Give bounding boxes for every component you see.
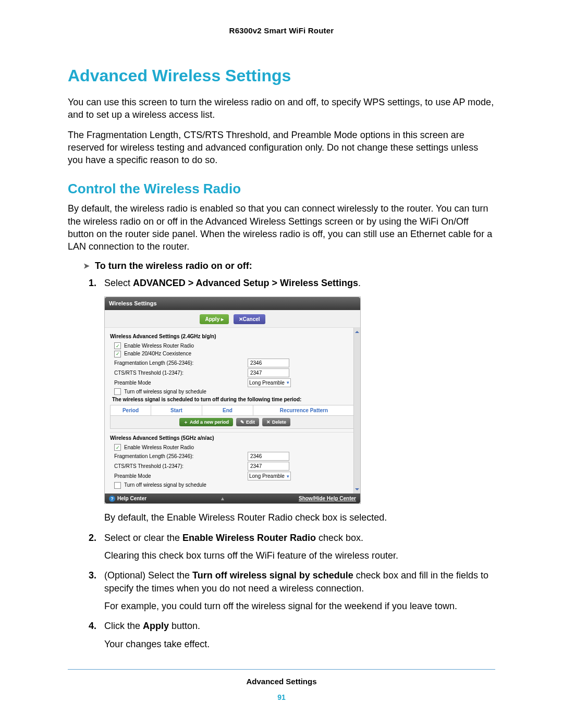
apply-button[interactable]: Apply ▸ — [200, 314, 229, 325]
ui-toolbar: Apply ▸ ✕Cancel — [105, 310, 360, 328]
row-cts-5g: CTS/RTS Threshold (1-2347): 2347 — [110, 461, 355, 471]
col-end: End — [202, 405, 253, 416]
label-cts: CTS/RTS Threshold (1-2347): — [114, 369, 244, 377]
step4-prefix: Click the — [104, 621, 143, 631]
chevron-down-icon: ▾ — [287, 473, 289, 479]
step1-path: ADVANCED > Advanced Setup > Wireless Set… — [133, 278, 358, 288]
cancel-x-icon: ✕ — [239, 316, 243, 322]
step1-prefix: Select — [104, 278, 133, 288]
input-frag-2g[interactable]: 2346 — [248, 359, 289, 367]
col-period: Period — [111, 405, 151, 416]
label-coexistence: Enable 20/40Hz Coexistence — [124, 350, 191, 357]
step3-bold: Turn off wireless signal by schedule — [192, 570, 353, 581]
step2-after: Clearing this check box turns off the Wi… — [104, 549, 495, 562]
cancel-label: Cancel — [243, 316, 260, 322]
step1-period: . — [358, 278, 361, 288]
row-frag-5g: Fragmentation Length (256-2346): 2346 — [110, 451, 355, 461]
ui-footer: ? Help Center ▲ Show/Hide Help Center — [105, 493, 360, 504]
label-frag: Fragmentation Length (256-2346): — [114, 360, 244, 367]
step2-bold: Enable Wireless Router Radio — [182, 533, 316, 543]
row-turnoff-5g: Turn off wireless signal by schedule — [110, 481, 355, 489]
schedule-table-header: Period Start End Recurrence Pattern — [111, 405, 354, 416]
row-turnoff-2g: Turn off wireless signal by schedule — [110, 388, 355, 396]
page-number: 91 — [68, 693, 495, 701]
help-center[interactable]: ? Help Center — [109, 495, 146, 502]
schedule-note: The wireless signal is scheduled to turn… — [110, 396, 355, 404]
row-coexistence: ✓ Enable 20/40Hz Coexistence — [110, 350, 355, 358]
label-turnoff: Turn off wireless signal by schedule — [124, 388, 206, 396]
step2-suffix: check box. — [316, 533, 363, 543]
step-4: Click the Apply button. Your changes tak… — [89, 620, 495, 650]
add-period-label: Add a new period — [190, 419, 229, 425]
cancel-button[interactable]: ✕Cancel — [234, 314, 265, 325]
page-title: Advanced Wireless Settings — [68, 66, 495, 85]
step4-after: Your changes take effect. — [104, 638, 495, 650]
delete-label: Delete — [272, 419, 286, 425]
expand-arrow-icon[interactable]: ▲ — [220, 495, 225, 502]
checkbox-turnoff-5g[interactable] — [114, 482, 121, 489]
step-2: Select or clear the Enable Wireless Rout… — [89, 532, 495, 562]
row-preamble-2g: Preamble Mode Long Preamble ▾ — [110, 378, 355, 388]
step4-bold: Apply — [143, 621, 169, 631]
col-start: Start — [151, 405, 202, 416]
select-preamble-5g[interactable]: Long Preamble ▾ — [248, 472, 291, 480]
step1-after: By default, the Enable Wireless Router R… — [104, 511, 495, 524]
close-icon: ✕ — [266, 419, 271, 425]
intro-paragraph-2: The Fragmentation Length, CTS/RTS Thresh… — [68, 129, 495, 167]
step3-prefix: (Optional) Select the — [104, 570, 192, 581]
wireless-settings-screenshot: Wireless Settings Apply ▸ ✕Cancel Wirele… — [104, 297, 361, 504]
label-enable-radio-5g: Enable Wireless Router Radio — [124, 444, 194, 451]
preamble-value: Long Preamble — [249, 379, 285, 387]
label-frag-5g: Fragmentation Length (256-2346): — [114, 453, 244, 460]
ui-body: Wireless Advanced Settings (2.4GHz b/g/n… — [105, 328, 360, 493]
procedure-lead: ➤ To turn the wireless radio on or off: — [83, 261, 495, 272]
step2-prefix: Select or clear the — [104, 533, 182, 543]
preamble-value-5g: Long Preamble — [249, 473, 285, 480]
help-label: Help Center — [117, 495, 146, 502]
chevron-down-icon: ▾ — [287, 379, 289, 386]
scrollbar[interactable] — [353, 328, 360, 493]
show-hide-help-link[interactable]: Show/Hide Help Center — [299, 495, 356, 502]
checkbox-enable-radio-5g[interactable]: ✓ — [114, 444, 121, 451]
label-preamble: Preamble Mode — [114, 379, 244, 387]
schedule-table: Period Start End Recurrence Pattern ＋Add… — [110, 405, 355, 429]
checkbox-turnoff-2g[interactable] — [114, 388, 121, 395]
delete-button[interactable]: ✕Delete — [262, 418, 290, 426]
footer-section: Advanced Settings — [68, 677, 495, 686]
section-head-5g: Wireless Advanced Settings (5GHz a/n/ac) — [110, 432, 355, 443]
ui-window-title: Wireless Settings — [105, 297, 360, 310]
section-head-2g: Wireless Advanced Settings (2.4GHz b/g/n… — [110, 331, 355, 342]
label-enable-radio: Enable Wireless Router Radio — [124, 342, 194, 350]
row-cts-2g: CTS/RTS Threshold (1-2347): 2347 — [110, 368, 355, 378]
row-enable-radio-5g: ✓ Enable Wireless Router Radio — [110, 443, 355, 452]
section-paragraph: By default, the wireless radio is enable… — [68, 202, 495, 253]
col-recurrence: Recurrence Pattern — [253, 405, 354, 416]
edit-button[interactable]: ✎Edit — [236, 418, 259, 426]
add-period-button[interactable]: ＋Add a new period — [179, 418, 233, 426]
device-header: R6300v2 Smart WiFi Router — [68, 26, 495, 35]
step4-suffix: button. — [169, 621, 200, 631]
help-icon: ? — [109, 496, 115, 502]
plus-icon: ＋ — [183, 419, 188, 425]
edit-label: Edit — [246, 419, 255, 425]
step-1: Select ADVANCED > Advanced Setup > Wirel… — [89, 277, 495, 524]
intro-paragraph-1: You can use this screen to turn the wire… — [68, 96, 495, 121]
label-cts-5g: CTS/RTS Threshold (1-2347): — [114, 463, 244, 470]
pencil-icon: ✎ — [240, 419, 244, 425]
step-3: (Optional) Select the Turn off wireless … — [89, 569, 495, 612]
row-frag-2g: Fragmentation Length (256-2346): 2346 — [110, 358, 355, 368]
input-cts-5g[interactable]: 2347 — [248, 462, 289, 471]
steps-list: Select ADVANCED > Advanced Setup > Wirel… — [68, 277, 495, 650]
select-preamble-2g[interactable]: Long Preamble ▾ — [248, 378, 291, 387]
manual-page: R6300v2 Smart WiFi Router Advanced Wirel… — [0, 0, 563, 728]
label-turnoff-5g: Turn off wireless signal by schedule — [124, 482, 206, 489]
row-preamble-5g: Preamble Mode Long Preamble ▾ — [110, 471, 355, 481]
input-cts-2g[interactable]: 2347 — [248, 368, 289, 377]
checkbox-enable-radio-2g[interactable]: ✓ — [114, 342, 121, 349]
procedure-lead-text: To turn the wireless radio on or off: — [95, 261, 252, 272]
step3-after: For example, you could turn off the wire… — [104, 600, 495, 612]
checkbox-coexistence[interactable]: ✓ — [114, 351, 121, 357]
schedule-buttons: ＋Add a new period ✎Edit ✕Delete — [111, 415, 354, 428]
input-frag-5g[interactable]: 2346 — [248, 452, 289, 461]
arrow-icon: ➤ — [83, 262, 90, 270]
